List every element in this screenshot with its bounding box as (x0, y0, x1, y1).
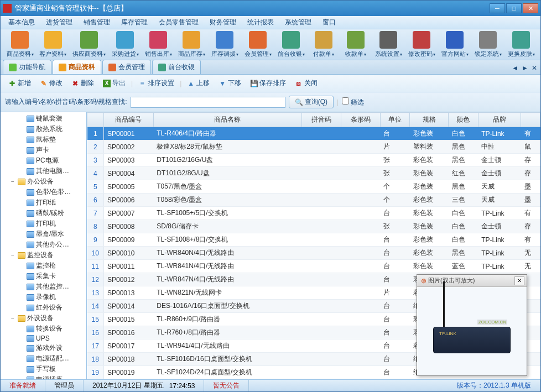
tab-2[interactable]: 会员管理 (102, 60, 151, 74)
toolbar-9[interactable]: 付款单▾ (308, 30, 339, 59)
toolbar-2[interactable]: 供应商资料▾ (70, 30, 108, 59)
move-down-button[interactable]: ▼下移 (215, 77, 245, 90)
tree-node-5[interactable]: 其他电脑… (1, 166, 86, 176)
tree-node-14[interactable]: 监控枪 (1, 260, 86, 271)
col-5[interactable]: 规格 (410, 113, 449, 127)
tree-node-6[interactable]: −办公设备 (1, 176, 86, 187)
delete-button[interactable]: ✖删除 (68, 77, 97, 90)
popup-close-button[interactable]: ✕ (514, 276, 524, 285)
tree-node-20[interactable]: 转换设备 (1, 323, 86, 334)
pin-icon[interactable]: ⊛ (419, 276, 428, 285)
toolbar-5[interactable]: 商品库存▾ (175, 30, 207, 59)
toolbar-12[interactable]: 修改密码▾ (405, 30, 438, 59)
category-tree[interactable]: 键鼠套装散热系统鼠标垫声卡PC电源其他电脑…−办公设备色带/色带…打印纸硒鼓/碳… (1, 112, 87, 379)
tab-scroll-left-icon[interactable]: ◄ (511, 64, 519, 72)
tree-node-24[interactable]: 手写板 (1, 364, 86, 374)
table-row[interactable]: 20SP00020TL-SF1024S/24口机架型/交换机台纸盒装 (87, 379, 540, 380)
toolbar-8[interactable]: 前台收银▾ (275, 30, 307, 59)
col-0[interactable]: 商品编号 (104, 113, 154, 127)
maximize-button[interactable]: □ (506, 3, 522, 13)
menu-1[interactable]: 进货管理 (41, 16, 77, 29)
filter-checkbox[interactable] (342, 97, 349, 104)
menu-8[interactable]: 窗口 (318, 16, 340, 29)
tree-node-18[interactable]: 红外设备 (1, 302, 86, 313)
menu-0[interactable]: 基本信息 (4, 16, 39, 29)
titlebar[interactable]: 管家通商业销售管理软件--【总店】 ─ □ ✕ (1, 1, 540, 16)
sort-settings-button[interactable]: ≡排序设置 (135, 77, 178, 90)
table-row[interactable]: 3SP00003DT101G2/16G/U盘张彩色装黑色金士顿存 (87, 154, 540, 167)
menu-4[interactable]: 会员零售管理 (154, 16, 203, 29)
table-row[interactable]: 4SP00004DT101G2/8G/U盘张彩色装红色金士顿存 (87, 167, 540, 180)
toolbar-0[interactable]: 商品资料▾ (4, 30, 36, 59)
move-up-button[interactable]: ▲上移 (184, 77, 213, 90)
tree-node-16[interactable]: 其他监控… (1, 281, 86, 292)
close-tab-button[interactable]: ⦻关闭 (292, 77, 321, 90)
tab-3[interactable]: 前台收银 (152, 60, 201, 74)
col-8[interactable] (521, 113, 540, 127)
toolbar-15[interactable]: 更换皮肤▾ (505, 30, 537, 59)
tree-node-22[interactable]: 游戏外设 (1, 343, 86, 353)
col-2[interactable]: 拼音码 (301, 113, 341, 127)
close-button[interactable]: ✕ (523, 3, 538, 13)
tree-node-19[interactable]: −外设设备 (1, 313, 86, 323)
menu-7[interactable]: 系统管理 (280, 16, 316, 29)
tree-node-13[interactable]: −监控设备 (1, 250, 86, 260)
table-row[interactable]: 6SP00006T058/彩色/墨盒个彩色装三色天威墨 (87, 194, 540, 207)
table-row[interactable]: 1SP00001TL-R406/4口/路由器台彩色装白色TP-Link有 (87, 127, 540, 140)
toolbar-14[interactable]: 锁定系统▾ (472, 30, 504, 59)
export-button[interactable]: X导出 (100, 77, 129, 90)
edit-button[interactable]: ✎修改 (37, 77, 66, 90)
search-button[interactable]: 🔍查询(Q) (289, 96, 334, 108)
toolbar-7[interactable]: 会员管理▾ (242, 30, 274, 59)
toolbar-13[interactable]: 官方网站▾ (439, 30, 471, 59)
image-preview-popup[interactable]: ⊛ 图片(双击可放大) ✕ TP-LINK ZOL.COM.CN (417, 274, 527, 376)
tab-close-icon[interactable]: ✕ (530, 64, 538, 72)
tab-1[interactable]: 商品资料 (53, 60, 101, 74)
tree-node-8[interactable]: 打印纸 (1, 197, 86, 208)
table-row[interactable]: 5SP00005T057/黑色/墨盒个彩色装黑色天威墨 (87, 180, 540, 194)
search-input[interactable] (131, 97, 285, 108)
col-7[interactable]: 品牌 (478, 113, 521, 127)
table-row[interactable]: 11SP00011TL-WR841N/4口/无线路由台彩色装蓝色TP-Link无 (87, 260, 540, 273)
table-row[interactable]: 2SP00002极速X8/标28元/鼠标垫片塑料装黑色中性鼠 (87, 140, 540, 154)
tree-node-7[interactable]: 色带/色带… (1, 187, 86, 197)
tree-node-21[interactable]: UPS (1, 334, 86, 343)
save-sort-button[interactable]: 💾保存排序 (247, 77, 289, 90)
toolbar-11[interactable]: 系统设置▾ (372, 30, 404, 59)
menu-2[interactable]: 销售管理 (79, 16, 115, 29)
tree-node-10[interactable]: 打印机 (1, 218, 86, 229)
col-rownum[interactable] (87, 113, 104, 127)
minimize-button[interactable]: ─ (490, 3, 505, 13)
tab-scroll-right-icon[interactable]: ► (521, 64, 529, 72)
tree-node-4[interactable]: PC电源 (1, 155, 86, 166)
popup-header[interactable]: ⊛ 图片(双击可放大) ✕ (417, 275, 527, 287)
tree-node-3[interactable]: 声卡 (1, 145, 86, 155)
add-button[interactable]: ✚新增 (5, 77, 34, 90)
filter-checkbox-label[interactable]: 筛选 (342, 97, 364, 107)
toolbar-10[interactable]: 收款单▾ (340, 30, 371, 59)
tree-node-25[interactable]: 电源插座 (1, 374, 86, 379)
product-image[interactable]: TP-LINK ZOL.COM.CN (417, 287, 527, 375)
toolbar-6[interactable]: 库存调拨▾ (209, 30, 241, 59)
tree-node-11[interactable]: 墨盒/墨水 (1, 229, 86, 239)
tree-node-15[interactable]: 采集卡 (1, 271, 86, 281)
menu-6[interactable]: 统计报表 (243, 16, 278, 29)
table-row[interactable]: 7SP00007TL-SF1005+/5口/交换机台彩色装白色TP-Link有 (87, 207, 540, 220)
tree-node-1[interactable]: 散热系统 (1, 124, 86, 134)
col-4[interactable]: 单位 (380, 113, 410, 127)
col-3[interactable]: 条形码 (341, 113, 380, 127)
tab-0[interactable]: 功能导航 (3, 60, 51, 74)
tree-node-23[interactable]: 电源适配… (1, 353, 86, 364)
toolbar-3[interactable]: 采购进货▾ (109, 30, 141, 59)
col-1[interactable]: 商品名称 (153, 113, 301, 127)
menu-5[interactable]: 财务管理 (205, 16, 241, 29)
toolbar-4[interactable]: 销售出库▾ (142, 30, 174, 59)
tree-node-9[interactable]: 硒鼓/碳粉 (1, 208, 86, 218)
table-row[interactable]: 9SP00009TL-SF1008+/8口/交换机台彩色装白色TP-Link有 (87, 233, 540, 247)
toolbar-1[interactable]: 客户资料▾ (37, 30, 69, 59)
table-row[interactable]: 8SP00008SD/8G/储存卡张彩色装白色金士顿存 (87, 220, 540, 233)
tree-node-2[interactable]: 鼠标垫 (1, 134, 86, 145)
menu-3[interactable]: 库存管理 (117, 16, 152, 29)
col-6[interactable]: 颜色 (449, 113, 478, 127)
tree-node-17[interactable]: 录像机 (1, 292, 86, 302)
